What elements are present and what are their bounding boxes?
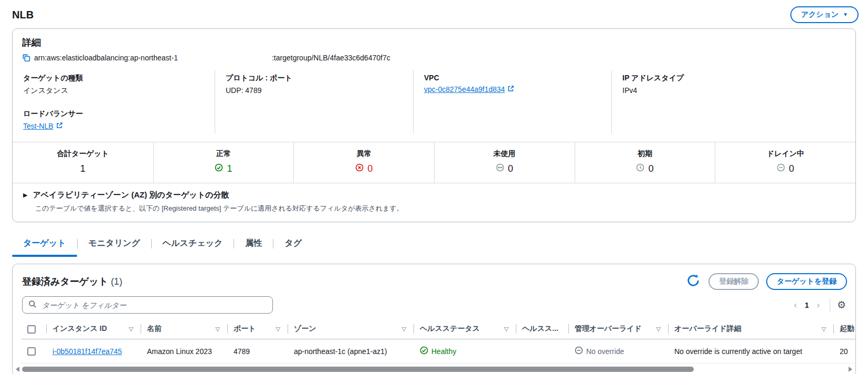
toolbar-divider <box>830 298 830 312</box>
filter-icon[interactable]: ▽ <box>657 326 661 333</box>
col-port: ポート▽ <box>227 319 288 339</box>
deregister-button[interactable]: 登録解除 <box>708 273 759 290</box>
ellipsis-circle-icon <box>496 163 504 174</box>
refresh-icon <box>686 274 700 289</box>
check-circle-icon <box>420 346 428 356</box>
stat-unhealthy: 異常 0 <box>293 142 434 183</box>
clock-icon <box>636 163 644 174</box>
tab-bar: ターゲット モニタリング ヘルスチェック 属性 タグ <box>12 233 856 257</box>
x-circle-icon <box>355 163 364 174</box>
actions-button[interactable]: アクション ▼ <box>790 6 859 23</box>
cell-name: Amazon Linux 2023 <box>141 339 227 363</box>
details-grid: ターゲットの種類 インスタンス ロードバランサー Test-NLB プロトコル … <box>13 67 855 142</box>
col-admin-override: 管理オーバーライド▽ <box>568 319 668 339</box>
filter-icon[interactable]: ▽ <box>276 326 280 333</box>
instance-id-link[interactable]: i-0b50181f14f7ea745 <box>52 347 122 356</box>
field-vpc: VPC vpc-0c8275e44a9f1d834 <box>424 74 601 94</box>
stat-healthy: 正常 1 <box>153 142 294 183</box>
filter-icon[interactable]: ▽ <box>822 326 826 333</box>
tab-tags[interactable]: タグ <box>273 233 313 257</box>
health-status-badge: Healthy <box>420 346 456 356</box>
targets-table: インスタンス ID▽ 名前▽ ポート▽ ゾーン▽ ヘルスステータス▽ ヘルスス.… <box>21 319 855 363</box>
col-launch-time: 起動 <box>833 319 855 339</box>
expander-arrow-icon: ▶ <box>23 192 27 199</box>
arn-prefix: arn:aws:elasticloadbalancing:ap-northeas… <box>34 54 178 62</box>
field-target-type: ターゲットの種類 インスタンス <box>23 74 204 96</box>
stat-total-targets: 合計ターゲット 1 <box>13 142 153 183</box>
az-distribution-expander[interactable]: ▶ アベイラビリティーゾーン (AZ) 別のターゲットの分散 <box>23 190 845 200</box>
field-protocol-port: プロトコル : ポート UDP: 4789 <box>226 74 403 95</box>
col-override-detail: オーバーライド詳細▽ <box>668 319 833 339</box>
stat-initial: 初期 0 <box>575 142 715 183</box>
cell-port: 4789 <box>227 339 288 363</box>
search-icon <box>28 300 37 310</box>
scroll-right-arrow[interactable] <box>849 367 852 372</box>
external-link-icon <box>507 85 514 94</box>
az-distribution-description: このテーブルで値を選択すると、以下の [Registered targets] … <box>35 204 845 213</box>
scrollbar-track[interactable] <box>21 367 847 372</box>
details-heading: 詳細 <box>22 36 846 49</box>
vpc-link[interactable]: vpc-0c8275e44a9f1d834 <box>424 85 505 94</box>
page-title: NLB <box>12 9 34 21</box>
register-targets-button[interactable]: ターゲットを登録 <box>766 273 847 290</box>
copy-icon[interactable] <box>22 54 30 62</box>
page-header: NLB アクション ▼ <box>0 0 868 28</box>
admin-override-badge: No override <box>575 346 624 356</box>
minus-circle-icon <box>777 163 785 174</box>
stat-unused: 未使用 0 <box>434 142 575 183</box>
registered-targets-card: 登録済みターゲット (1) 登録解除 ターゲットを登録 <box>12 264 856 374</box>
filter-icon[interactable]: ▽ <box>504 326 509 333</box>
filter-icon[interactable]: ▽ <box>129 326 133 333</box>
row-checkbox[interactable] <box>27 347 36 356</box>
az-distribution-section: ▶ アベイラビリティーゾーン (AZ) 別のターゲットの分散 このテーブルで値を… <box>13 183 855 222</box>
col-health-status: ヘルスステータス▽ <box>414 319 516 339</box>
scrollbar-thumb[interactable] <box>22 367 694 372</box>
col-health-detail: ヘルスス... <box>516 319 568 339</box>
col-instance-id: インスタンス ID▽ <box>46 319 141 339</box>
details-card: 詳細 arn:aws:elasticloadbalancing:ap-north… <box>12 28 856 222</box>
col-zone: ゾーン▽ <box>288 319 414 339</box>
registered-targets-count: (1) <box>111 276 122 287</box>
cell-zone: ap-northeast-1c (apne1-az1) <box>288 339 414 363</box>
tab-targets[interactable]: ターゲット <box>12 233 77 257</box>
cell-override-detail: No override is currently active on targe… <box>668 339 833 363</box>
tab-monitoring[interactable]: モニタリング <box>78 233 151 257</box>
filter-icon[interactable]: ▽ <box>216 326 220 333</box>
check-circle-icon <box>215 163 223 174</box>
chevron-down-icon: ▼ <box>843 12 848 17</box>
tab-attributes[interactable]: 属性 <box>234 233 273 257</box>
target-filter-input[interactable] <box>41 300 267 310</box>
registered-targets-title: 登録済みターゲット (1) <box>22 275 122 288</box>
target-filter-box[interactable] <box>22 296 273 314</box>
pagination: ‹ 1 › <box>791 299 823 311</box>
external-link-icon <box>56 122 63 130</box>
horizontal-scrollbar <box>16 365 852 373</box>
col-name: 名前▽ <box>141 319 227 339</box>
refresh-button[interactable] <box>685 273 701 290</box>
gear-icon[interactable]: ⚙ <box>837 300 846 310</box>
scroll-left-arrow[interactable] <box>16 367 19 372</box>
cell-health-detail <box>516 339 568 363</box>
filter-icon[interactable]: ▽ <box>402 326 406 333</box>
arn-suffix: :targetgroup/NLB/4fae33c6d6470f7c <box>272 54 390 62</box>
arn-row: arn:aws:elasticloadbalancing:ap-northeas… <box>13 50 855 67</box>
target-health-summary: 合計ターゲット 1 正常 1 異常 0 <box>13 142 855 183</box>
minus-circle-icon <box>575 346 583 356</box>
actions-button-label: アクション <box>801 10 839 19</box>
table-header-row: インスタンス ID▽ 名前▽ ポート▽ ゾーン▽ ヘルスステータス▽ ヘルスス.… <box>21 319 855 339</box>
select-all-header <box>21 319 46 339</box>
select-all-checkbox[interactable] <box>27 325 36 334</box>
tab-health-checks[interactable]: ヘルスチェック <box>152 233 234 257</box>
load-balancer-link[interactable]: Test-NLB <box>23 122 54 130</box>
table-row: i-0b50181f14f7ea745 Amazon Linux 2023 47… <box>21 339 855 363</box>
targets-table-wrap: インスタンス ID▽ 名前▽ ポート▽ ゾーン▽ ヘルスステータス▽ ヘルスス.… <box>13 319 855 363</box>
az-distribution-title: アベイラビリティーゾーン (AZ) 別のターゲットの分散 <box>33 190 229 200</box>
page-number: 1 <box>801 301 812 309</box>
next-page-button[interactable]: › <box>813 299 823 311</box>
stat-draining: ドレイン中 0 <box>715 142 855 183</box>
cell-launch-time: 20 <box>833 339 855 363</box>
field-load-balancer: ロードバランサー Test-NLB <box>23 109 204 130</box>
prev-page-button[interactable]: ‹ <box>791 299 800 311</box>
field-ip-type: IP アドレスタイプ IPv4 <box>622 74 845 95</box>
